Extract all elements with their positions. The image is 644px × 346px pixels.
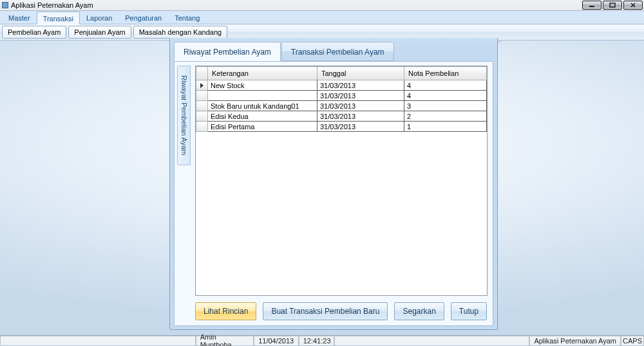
cell-nota[interactable]: 4 [404, 91, 487, 101]
table-row[interactable]: Edisi Pertama31/03/20131 [196, 122, 487, 132]
menu-item-master[interactable]: Master [2, 11, 37, 24]
lihat-rincian-button[interactable]: Lihat Rincian [195, 302, 256, 320]
minimize-button[interactable] [582, 1, 601, 10]
cell-keterangan[interactable]: Stok Baru untuk Kandang01 [208, 101, 317, 111]
status-spacer-2 [334, 336, 530, 346]
tutup-button[interactable]: Tutup [451, 302, 487, 320]
window-controls [582, 1, 644, 10]
row-selector[interactable] [196, 111, 208, 122]
grid-col-nota-pembelian[interactable]: Nota Pembelian [404, 67, 487, 80]
buat-transaksi-button[interactable]: Buat Transaksi Pembelian Baru [263, 302, 388, 320]
row-selector[interactable] [196, 122, 208, 132]
cell-nota[interactable]: 2 [404, 111, 487, 122]
cell-tanggal[interactable]: 31/03/2013 [317, 122, 404, 132]
toolbar-btn-masalah-dengan-kandang[interactable]: Masalah dengan Kandang [133, 26, 227, 39]
segarkan-button[interactable]: Segarkan [394, 302, 444, 320]
history-panel: Riwayat Pembelian AyamTransaksi Pembelia… [169, 38, 498, 330]
tab-body: Riwayat Pembelian Ayam KeteranganTanggal… [174, 61, 493, 326]
maximize-button[interactable] [603, 1, 622, 10]
grid-col-keterangan[interactable]: Keterangan [208, 67, 317, 80]
status-bar: Amin Munthoha 11/04/2013 12:41:23 Aplika… [0, 335, 644, 346]
window-title: Aplikasi Peternakan Ayam [11, 1, 93, 9]
cell-nota[interactable]: 4 [404, 80, 487, 91]
menu-item-tentang[interactable]: Tentang [168, 11, 206, 24]
status-appname: Aplikasi Peternakan Ayam [529, 336, 621, 346]
panel-buttons: Lihat Rincian Buat Transaksi Pembelian B… [195, 302, 488, 320]
side-tab-riwayat[interactable]: Riwayat Pembelian Ayam [177, 66, 191, 165]
menu-item-transaksi[interactable]: Transaksi [37, 12, 80, 24]
history-grid[interactable]: KeteranganTanggalNota PembelianNew Stock… [195, 66, 488, 296]
cell-keterangan[interactable]: New Stock [208, 80, 317, 91]
status-spacer [0, 336, 196, 346]
table-row[interactable]: Edisi Kedua31/03/20132 [196, 111, 487, 122]
grid-corner [196, 67, 208, 80]
cell-tanggal[interactable]: 31/03/2013 [317, 80, 404, 91]
toolbar-btn-pembelian-ayam[interactable]: Pembelian Ayam [2, 26, 66, 39]
cell-nota[interactable]: 3 [404, 101, 487, 111]
cell-tanggal[interactable]: 31/03/2013 [317, 91, 404, 101]
status-caps: CAPS [621, 336, 644, 346]
panel-tabs: Riwayat Pembelian AyamTransaksi Pembelia… [174, 42, 493, 61]
menu-bar: MasterTransaksiLaporanPengaturanTentang [0, 11, 644, 24]
status-date: 11/04/2013 [254, 336, 299, 346]
table-row[interactable]: Stok Baru untuk Kandang0131/03/20133 [196, 101, 487, 111]
menu-item-laporan[interactable]: Laporan [80, 11, 118, 24]
tab-transaksi-pembelian-ayam[interactable]: Transaksi Pembelian Ayam [281, 42, 394, 61]
tab-riwayat-pembelian-ayam[interactable]: Riwayat Pembelian Ayam [174, 42, 281, 61]
close-button[interactable] [623, 1, 643, 10]
status-user: Amin Munthoha [196, 336, 254, 346]
current-row-indicator-icon [200, 83, 204, 88]
window-titlebar: Aplikasi Peternakan Ayam [0, 0, 644, 11]
row-selector[interactable] [196, 91, 208, 101]
cell-tanggal[interactable]: 31/03/2013 [317, 111, 404, 122]
side-tab-label: Riwayat Pembelian Ayam [180, 75, 188, 156]
grid-col-tanggal[interactable]: Tanggal [317, 67, 404, 80]
menu-item-pengaturan[interactable]: Pengaturan [118, 11, 168, 24]
app-icon [2, 2, 8, 8]
svg-rect-1 [610, 3, 615, 7]
cell-keterangan[interactable]: Edisi Kedua [208, 111, 317, 122]
cell-keterangan[interactable] [208, 91, 317, 101]
row-selector[interactable] [196, 101, 208, 111]
table-row[interactable]: New Stock31/03/20134 [196, 80, 487, 91]
status-time: 12:41:23 [299, 336, 334, 346]
table-row[interactable]: 31/03/20134 [196, 91, 487, 101]
cell-nota[interactable]: 1 [404, 122, 487, 132]
cell-keterangan[interactable]: Edisi Pertama [208, 122, 317, 132]
svg-rect-0 [589, 6, 594, 7]
workspace: Riwayat Pembelian AyamTransaksi Pembelia… [0, 41, 644, 335]
row-selector[interactable] [196, 80, 208, 91]
cell-tanggal[interactable]: 31/03/2013 [317, 101, 404, 111]
toolbar-btn-penjualan-ayam[interactable]: Penjualan Ayam [68, 26, 131, 39]
